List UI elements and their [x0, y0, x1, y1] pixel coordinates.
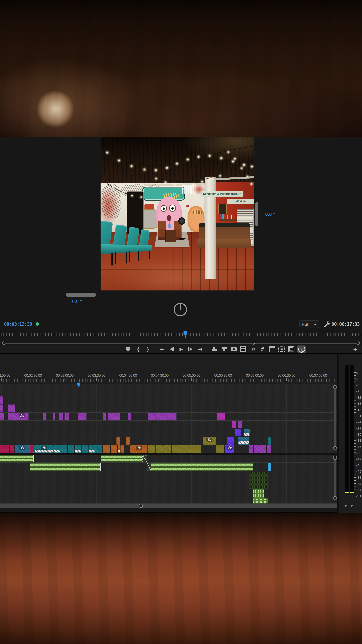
- timeline-clip[interactable]: [249, 472, 268, 480]
- timeline-clip[interactable]: [148, 445, 155, 453]
- timeline-clip[interactable]: [61, 445, 67, 453]
- go-to-in-button[interactable]: ⇤: [157, 346, 166, 353]
- timeline-clip[interactable]: [82, 445, 88, 453]
- timeline-clip[interactable]: [217, 413, 225, 420]
- timeline-clip[interactable]: [95, 445, 102, 453]
- timeline-clip[interactable]: [254, 445, 258, 453]
- timeline-clip[interactable]: [148, 413, 151, 420]
- zoom-level-select[interactable]: Full: [300, 320, 319, 328]
- timeline-clip[interactable]: [156, 413, 160, 420]
- solo-right-button[interactable]: S: [351, 504, 354, 509]
- timeline-clip[interactable]: [147, 463, 151, 471]
- timeline-clip[interactable]: [0, 404, 3, 412]
- timeline-clip[interactable]: [227, 437, 234, 444]
- video-tracks-scrollbar[interactable]: [334, 387, 336, 448]
- timeline-clip[interactable]: [267, 445, 271, 453]
- timeline-clip[interactable]: fx: [34, 445, 54, 453]
- timeline-clip[interactable]: [103, 413, 106, 420]
- timeline-clip[interactable]: [8, 404, 15, 412]
- audio-scrollbar-bottom-handle[interactable]: [333, 496, 337, 500]
- timeline-clip[interactable]: [128, 413, 131, 420]
- zoom-bar-left-handle[interactable]: [2, 342, 5, 345]
- timeline-clip[interactable]: [151, 413, 156, 420]
- timeline-clip[interactable]: [30, 463, 101, 471]
- timeline-clip[interactable]: [30, 445, 34, 453]
- timeline-clip[interactable]: [5, 445, 9, 453]
- audio-tracks-scrollbar[interactable]: [334, 458, 336, 498]
- timeline-clip[interactable]: [116, 437, 120, 444]
- insert-button[interactable]: [239, 346, 248, 353]
- timeline-clip[interactable]: fx: [130, 445, 147, 453]
- zoom-bar-right-handle[interactable]: [357, 342, 360, 345]
- monitor-horizontal-scrollbar[interactable]: [66, 293, 96, 297]
- audio-scrollbar-top-handle[interactable]: [333, 456, 337, 460]
- timeline-clip[interactable]: [156, 445, 163, 453]
- timeline-clip[interactable]: [216, 445, 224, 453]
- timeline-clip[interactable]: [249, 445, 253, 453]
- timeline-clip[interactable]: [43, 413, 46, 420]
- timeline-clip[interactable]: [163, 445, 171, 453]
- timeline-clip[interactable]: [0, 396, 3, 404]
- timeline-clip[interactable]: [75, 445, 81, 453]
- timeline-clip[interactable]: [187, 445, 194, 453]
- timeline-clip[interactable]: [68, 445, 74, 453]
- monitor-zoom-bar[interactable]: [2, 343, 360, 344]
- timeline-horizontal-scrollbar[interactable]: [0, 504, 337, 508]
- timeline-clip[interactable]: [179, 445, 187, 453]
- timeline-clip[interactable]: fx: [225, 445, 234, 453]
- ruler-button[interactable]: [268, 346, 276, 353]
- video-scrollbar-top-handle[interactable]: [333, 385, 337, 389]
- settings-wrench-icon[interactable]: [323, 321, 331, 328]
- solo-left-button[interactable]: S: [345, 504, 348, 509]
- timeline-clip[interactable]: [59, 413, 63, 420]
- go-to-out-button[interactable]: ⇥: [195, 346, 204, 353]
- proxy-toggle-button[interactable]: [277, 346, 286, 353]
- timeline-clip[interactable]: [111, 445, 117, 453]
- button-editor-add-button[interactable]: +: [351, 346, 360, 353]
- timeline-clip[interactable]: [10, 445, 14, 453]
- timeline-clip[interactable]: [160, 413, 168, 420]
- horizontal-scrollbar-handle[interactable]: [139, 504, 143, 508]
- step-back-button[interactable]: [168, 346, 176, 353]
- timeline-clip[interactable]: [0, 455, 34, 462]
- timeline-clip[interactable]: [126, 437, 130, 444]
- timeline-clip[interactable]: [108, 413, 120, 420]
- monitor-vertical-scrollbar[interactable]: [255, 202, 258, 226]
- vr-pan-dial[interactable]: [174, 303, 187, 316]
- timeline-clip[interactable]: [0, 445, 5, 453]
- play-button[interactable]: ▶: [177, 346, 186, 353]
- timeline-clip[interactable]: [258, 445, 262, 453]
- timeline-clip[interactable]: [53, 413, 55, 420]
- timeline-clip[interactable]: [8, 413, 15, 420]
- timeline-clip[interactable]: [253, 498, 268, 504]
- timeline-clip[interactable]: [232, 421, 236, 428]
- timeline-clip[interactable]: [235, 429, 241, 436]
- timeline-clip[interactable]: [78, 413, 86, 420]
- program-monitor-video[interactable]: Exhibition & Performance Art Worksh: [100, 137, 254, 290]
- step-forward-button[interactable]: [186, 346, 195, 353]
- timeline-clip[interactable]: [64, 413, 69, 420]
- video-scrollbar-bottom-handle[interactable]: [333, 446, 337, 450]
- export-frame-button[interactable]: [230, 346, 238, 353]
- safe-margins-button[interactable]: [287, 346, 296, 353]
- grid-button[interactable]: #: [258, 346, 267, 353]
- timeline-clip[interactable]: [151, 463, 253, 471]
- panel-divider[interactable]: [337, 354, 339, 513]
- add-marker-button[interactable]: [124, 346, 133, 353]
- extract-button[interactable]: [220, 346, 228, 353]
- timeline-clip[interactable]: [142, 455, 147, 462]
- timeline-clip[interactable]: [268, 437, 271, 444]
- timeline-clip[interactable]: fx: [203, 437, 216, 444]
- timeline-clip[interactable]: [244, 429, 250, 436]
- timeline-clip[interactable]: [172, 445, 179, 453]
- timeline-clip[interactable]: [253, 489, 264, 498]
- timeline-clip[interactable]: [249, 480, 268, 489]
- timeline-clip[interactable]: [194, 445, 201, 453]
- timeline-clip[interactable]: [54, 445, 61, 453]
- timeline-clip[interactable]: [262, 445, 266, 453]
- lift-button[interactable]: [210, 346, 219, 353]
- comparison-view-button[interactable]: ⇄: [249, 346, 258, 353]
- timeline-clip[interactable]: fx: [15, 413, 28, 420]
- timeline-clip[interactable]: [238, 421, 242, 428]
- timeline-clip[interactable]: [268, 463, 271, 471]
